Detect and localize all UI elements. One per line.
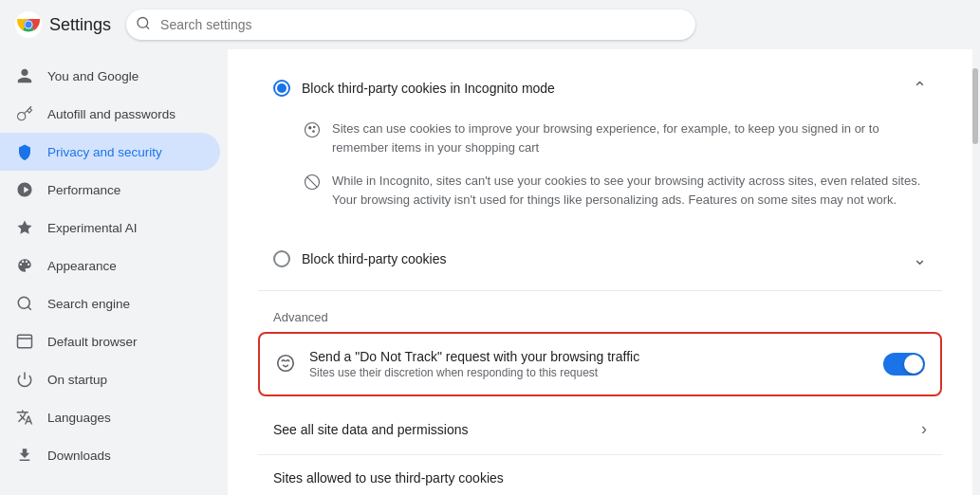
expanded-item-block: While in Incognito, sites can't use your… <box>304 164 927 216</box>
sidebar-item-label: Downloads <box>47 449 111 463</box>
header: Settings <box>0 0 980 49</box>
sidebar-item-label: Experimental AI <box>47 221 138 235</box>
sidebar-item-appearance[interactable]: Appearance <box>0 247 220 284</box>
svg-point-7 <box>18 297 29 308</box>
app-logo: Settings <box>15 11 111 38</box>
right-scrollbar <box>972 49 980 495</box>
block-incognito-card: Block third-party cookies in Incognito m… <box>258 64 942 228</box>
sidebar-item-label: Languages <box>47 411 111 425</box>
chevron-right-icon: › <box>921 419 927 439</box>
power-icon <box>15 370 34 389</box>
star-icon <box>15 218 34 237</box>
sidebar-item-label: You and Google <box>47 69 139 83</box>
block-incognito-label: Block third-party cookies in Incognito m… <box>302 81 901 96</box>
translate-icon <box>15 408 34 427</box>
palette-icon <box>15 256 34 275</box>
sites-allowed-label: Sites allowed to use third-party cookies <box>273 470 504 486</box>
sidebar: You and Google Autofill and passwords Pr… <box>0 49 228 495</box>
svg-point-15 <box>314 126 316 128</box>
speed-icon <box>15 180 34 199</box>
svg-line-17 <box>307 177 318 188</box>
svg-point-5 <box>138 18 148 28</box>
app-title: Settings <box>49 15 111 35</box>
sidebar-item-default-browser[interactable]: Default browser <box>0 322 220 360</box>
search-icon <box>136 16 151 34</box>
advanced-section-title: Advanced <box>258 299 942 332</box>
search-input[interactable] <box>126 9 695 40</box>
sidebar-item-label: Performance <box>47 183 120 197</box>
main-area: You and Google Autofill and passwords Pr… <box>0 49 980 495</box>
sidebar-item-label: Privacy and security <box>47 145 162 159</box>
sidebar-item-search-engine[interactable]: Search engine <box>0 284 220 322</box>
browser-icon <box>15 332 34 351</box>
svg-point-13 <box>309 127 311 129</box>
svg-point-14 <box>313 131 315 133</box>
dnt-title: Send a "Do Not Track" request with your … <box>309 349 872 364</box>
download-icon <box>15 446 34 465</box>
chevron-down-icon: ⌄ <box>913 248 927 269</box>
expanded-item-cookie: Sites can use cookies to improve your br… <box>304 112 927 164</box>
dnt-subtitle: Sites use their discretion when respondi… <box>309 366 872 379</box>
dnt-row[interactable]: Send a "Do Not Track" request with your … <box>258 332 942 396</box>
dnt-toggle[interactable] <box>883 353 925 376</box>
block-incognito-expanded: Sites can use cookies to improve your br… <box>258 112 942 228</box>
search-engine-icon <box>15 294 34 313</box>
cookie-icon <box>304 121 321 138</box>
sidebar-item-on-startup[interactable]: On startup <box>0 360 220 398</box>
svg-line-8 <box>28 306 30 309</box>
block-icon <box>304 174 321 191</box>
block-all-label: Block third-party cookies <box>302 251 901 266</box>
site-data-row[interactable]: See all site data and permissions › <box>258 404 942 455</box>
svg-point-4 <box>26 22 32 28</box>
chrome-logo-icon <box>15 11 42 38</box>
sidebar-item-label: Appearance <box>47 259 117 273</box>
sidebar-item-downloads[interactable]: Downloads <box>0 436 220 474</box>
sidebar-item-experimental-ai[interactable]: Experimental AI <box>0 209 220 247</box>
sites-allowed-row[interactable]: Sites allowed to use third-party cookies <box>258 455 942 495</box>
person-icon <box>15 66 34 85</box>
block-all-card: Block third-party cookies ⌄ <box>258 235 942 283</box>
svg-line-6 <box>146 27 149 29</box>
section-divider <box>258 290 942 291</box>
key-icon <box>15 104 34 123</box>
block-incognito-header[interactable]: Block third-party cookies in Incognito m… <box>258 64 942 112</box>
sidebar-item-label: On startup <box>47 373 107 387</box>
sidebar-item-privacy[interactable]: Privacy and security <box>0 133 220 171</box>
scrollbar-thumb[interactable] <box>972 68 978 144</box>
sidebar-item-you-and-google[interactable]: You and Google <box>0 57 220 95</box>
shield-icon <box>15 142 34 161</box>
block-all-header[interactable]: Block third-party cookies ⌄ <box>258 235 942 283</box>
site-data-label: See all site data and permissions <box>273 422 910 437</box>
chevron-up-icon: ⌃ <box>913 78 927 99</box>
sidebar-item-languages[interactable]: Languages <box>0 398 220 436</box>
sidebar-item-label: Autofill and passwords <box>47 107 176 121</box>
sidebar-item-autofill[interactable]: Autofill and passwords <box>0 95 220 133</box>
expanded-item-text: Sites can use cookies to improve your br… <box>332 119 927 156</box>
radio-incognito[interactable] <box>273 80 290 97</box>
search-bar <box>126 9 695 40</box>
content-area: Block third-party cookies in Incognito m… <box>228 49 972 495</box>
svg-point-12 <box>305 123 320 138</box>
radio-block-all[interactable] <box>273 250 290 267</box>
sidebar-item-label: Default browser <box>47 335 138 349</box>
dnt-text: Send a "Do Not Track" request with your … <box>309 349 872 379</box>
sidebar-item-label: Search engine <box>47 297 130 311</box>
dnt-icon <box>275 353 298 376</box>
sidebar-item-performance[interactable]: Performance <box>0 171 220 209</box>
expanded-item-text: While in Incognito, sites can't use your… <box>332 172 927 209</box>
